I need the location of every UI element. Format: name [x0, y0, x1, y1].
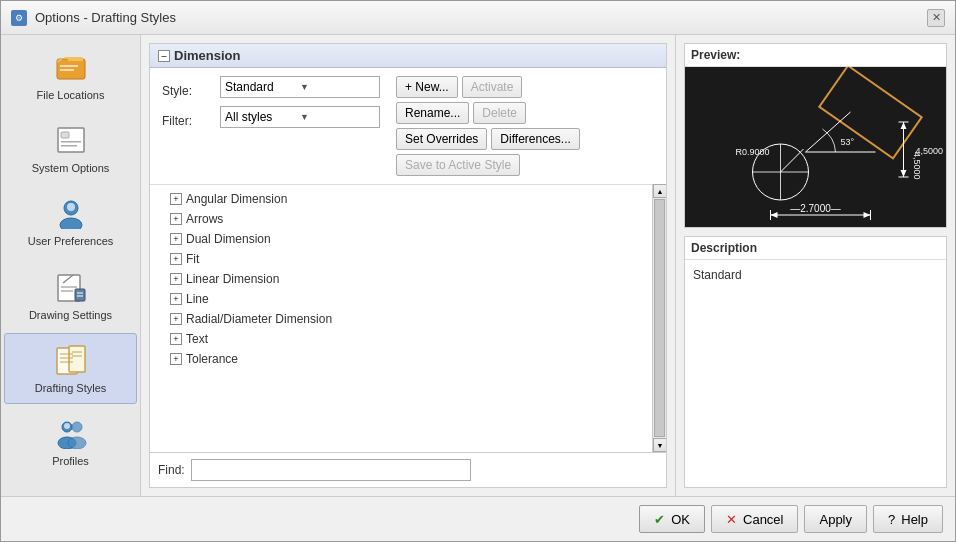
svg-marker-32	[771, 212, 778, 218]
sidebar-label-user-preferences: User Preferences	[28, 235, 114, 248]
preview-canvas: —2.7000— R0.9000	[685, 67, 946, 227]
btn-row-4: Save to Active Style	[396, 154, 580, 176]
tree-item[interactable]: +Radial/Diameter Dimension	[150, 309, 652, 329]
svg-text:R0.9000: R0.9000	[736, 147, 770, 157]
tree-item[interactable]: +Text	[150, 329, 652, 349]
tree-expand-icon[interactable]: +	[170, 233, 182, 245]
tree-item[interactable]: +Linear Dimension	[150, 269, 652, 289]
delete-button[interactable]: Delete	[473, 102, 526, 124]
ok-button[interactable]: ✔ OK	[639, 505, 705, 533]
close-button[interactable]: ✕	[927, 9, 945, 27]
svg-rect-6	[61, 145, 77, 147]
description-section: Description Standard	[684, 236, 947, 488]
svg-text:4,5000: 4,5000	[912, 152, 922, 180]
tree-expand-icon[interactable]: +	[170, 293, 182, 305]
tree-item-label: Text	[186, 332, 208, 346]
collapse-button[interactable]: –	[158, 50, 170, 62]
new-button[interactable]: + New...	[396, 76, 458, 98]
tree-item-label: Dual Dimension	[186, 232, 271, 246]
scrollbar-down-btn[interactable]: ▼	[653, 438, 666, 452]
panel-body: Style: Filter: Standard ▼ All styles ▼	[150, 68, 666, 487]
tree-expand-icon[interactable]: +	[170, 313, 182, 325]
svg-point-26	[68, 437, 86, 449]
btn-row-3: Set Overrides Differences...	[396, 128, 580, 150]
svg-text:4,5000: 4,5000	[916, 146, 944, 156]
svg-rect-1	[60, 65, 78, 67]
tree-item-label: Line	[186, 292, 209, 306]
file-locations-icon	[53, 49, 89, 85]
btn-row-1: + New... Activate	[396, 76, 580, 98]
sidebar-label-file-locations: File Locations	[37, 89, 105, 102]
scrollbar-up-btn[interactable]: ▲	[653, 184, 666, 198]
filter-select[interactable]: All styles ▼	[220, 106, 380, 128]
tree-expand-icon[interactable]: +	[170, 213, 182, 225]
tree-item[interactable]: +Line	[150, 289, 652, 309]
rename-button[interactable]: Rename...	[396, 102, 469, 124]
cancel-label: Cancel	[743, 512, 783, 527]
svg-rect-17	[69, 346, 85, 372]
window-title: Options - Drafting Styles	[35, 10, 176, 25]
window-icon: ⚙	[11, 10, 27, 26]
buttons-column: + New... Activate Rename... Delete Set O…	[396, 76, 580, 176]
save-active-button[interactable]: Save to Active Style	[396, 154, 520, 176]
tree-scrollbar[interactable]: ▲ ▼	[652, 184, 666, 452]
tree-item[interactable]: +Dual Dimension	[150, 229, 652, 249]
sidebar-item-user-preferences[interactable]: User Preferences	[4, 186, 137, 257]
center-panel: – Dimension Style: Filter: Standard	[141, 35, 675, 496]
panel-title: Dimension	[174, 48, 240, 63]
svg-point-8	[60, 218, 82, 229]
sidebar-label-drafting-styles: Drafting Styles	[35, 382, 107, 395]
style-select-value: Standard	[225, 80, 300, 94]
style-select[interactable]: Standard ▼	[220, 76, 380, 98]
description-label: Description	[685, 237, 946, 260]
style-select-arrow: ▼	[300, 82, 375, 92]
differences-button[interactable]: Differences...	[491, 128, 579, 150]
sidebar-label-drawing-settings: Drawing Settings	[29, 309, 112, 322]
tree-item[interactable]: +Tolerance	[150, 349, 652, 369]
tree-expand-icon[interactable]: +	[170, 193, 182, 205]
labels-column: Style: Filter:	[162, 76, 212, 132]
profiles-icon	[53, 415, 89, 451]
panel-header: – Dimension	[150, 44, 666, 68]
tree-item-label: Fit	[186, 252, 199, 266]
svg-text:53°: 53°	[841, 137, 855, 147]
description-content: Standard	[685, 260, 946, 290]
svg-line-38	[781, 149, 804, 172]
cancel-icon: ✕	[726, 512, 737, 527]
sidebar-item-system-options[interactable]: System Options	[4, 113, 137, 184]
scrollbar-thumb[interactable]	[654, 199, 665, 437]
activate-button[interactable]: Activate	[462, 76, 523, 98]
set-overrides-button[interactable]: Set Overrides	[396, 128, 487, 150]
tree-expand-icon[interactable]: +	[170, 333, 182, 345]
sidebar-item-drawing-settings[interactable]: Drawing Settings	[4, 260, 137, 331]
apply-label: Apply	[819, 512, 852, 527]
tree-item-label: Linear Dimension	[186, 272, 279, 286]
filter-label: Filter:	[162, 110, 212, 132]
sidebar-item-drafting-styles[interactable]: Drafting Styles	[4, 333, 137, 404]
main-content: File Locations System Options	[1, 35, 955, 496]
find-input[interactable]	[191, 459, 471, 481]
help-button[interactable]: ? Help	[873, 505, 943, 533]
tree-expand-icon[interactable]: +	[170, 273, 182, 285]
tree-wrapper: +Angular Dimension+Arrows+Dual Dimension…	[150, 184, 666, 452]
tree-item[interactable]: +Arrows	[150, 209, 652, 229]
sidebar-item-profiles[interactable]: Profiles	[4, 406, 137, 477]
tree-expand-icon[interactable]: +	[170, 353, 182, 365]
apply-button[interactable]: Apply	[804, 505, 867, 533]
preview-label: Preview:	[685, 44, 946, 67]
title-bar: ⚙ Options - Drafting Styles ✕	[1, 1, 955, 35]
svg-rect-13	[75, 289, 85, 301]
tree-item-label: Tolerance	[186, 352, 238, 366]
sidebar-item-file-locations[interactable]: File Locations	[4, 40, 137, 111]
tree-expand-icon[interactable]: +	[170, 253, 182, 265]
sidebar: File Locations System Options	[1, 35, 141, 496]
ok-icon: ✔	[654, 512, 665, 527]
cancel-button[interactable]: ✕ Cancel	[711, 505, 798, 533]
tree-item-label: Arrows	[186, 212, 223, 226]
tree-item[interactable]: +Fit	[150, 249, 652, 269]
user-preferences-icon	[53, 195, 89, 231]
find-bar: Find:	[150, 452, 666, 487]
main-window: ⚙ Options - Drafting Styles ✕ File Locat…	[0, 0, 956, 542]
tree-area: +Angular Dimension+Arrows+Dual Dimension…	[150, 184, 652, 373]
tree-item[interactable]: +Angular Dimension	[150, 189, 652, 209]
